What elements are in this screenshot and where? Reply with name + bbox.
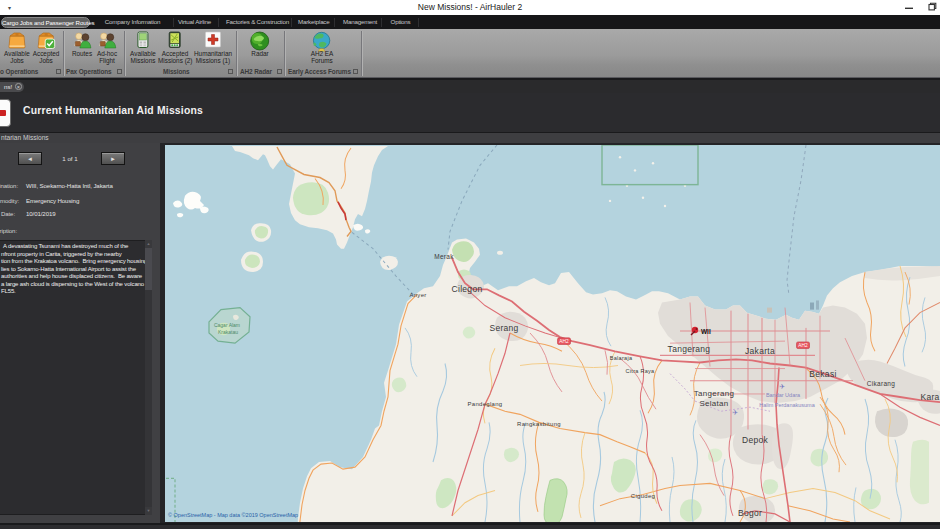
svg-text:Balaraja: Balaraja	[610, 355, 633, 361]
svg-text:WII: WII	[701, 328, 711, 335]
svg-text:Cagar Alam: Cagar Alam	[214, 322, 240, 328]
svg-text:Selatan: Selatan	[699, 399, 728, 408]
svg-text:Depok: Depok	[742, 435, 768, 445]
svg-text:Serang: Serang	[489, 323, 518, 333]
svg-text:Pandeglang: Pandeglang	[468, 401, 503, 407]
svg-text:AH2: AH2	[798, 343, 808, 348]
svg-text:© OpenStreetMap - Map data ©20: © OpenStreetMap - Map data ©2019 OpenStr…	[168, 512, 298, 518]
svg-text:Anyer: Anyer	[409, 292, 426, 298]
svg-text:Bandar Udara: Bandar Udara	[766, 392, 801, 398]
svg-text:Cigudeg: Cigudeg	[631, 493, 655, 499]
svg-text:Tangerang: Tangerang	[668, 344, 711, 354]
svg-text:Jakarta: Jakarta	[745, 346, 775, 356]
svg-text:AH2: AH2	[559, 339, 569, 344]
svg-text:✈: ✈	[779, 383, 785, 390]
svg-text:Bogor: Bogor	[738, 508, 762, 518]
svg-text:Halim Perdanakusuma: Halim Perdanakusuma	[759, 402, 815, 408]
svg-text:Bekasi: Bekasi	[809, 369, 836, 379]
svg-text:Citra Raya: Citra Raya	[626, 368, 656, 374]
svg-text:Krakatau: Krakatau	[218, 329, 238, 335]
svg-text:Cilegon: Cilegon	[452, 284, 483, 294]
svg-text:Cikarang: Cikarang	[867, 380, 895, 388]
svg-text:Kara: Kara	[920, 392, 939, 402]
svg-text:Merak: Merak	[434, 253, 454, 260]
svg-text:Rangkasbitung: Rangkasbitung	[517, 421, 561, 427]
svg-text:✈: ✈	[732, 409, 738, 416]
svg-text:Tangerang: Tangerang	[694, 389, 734, 398]
